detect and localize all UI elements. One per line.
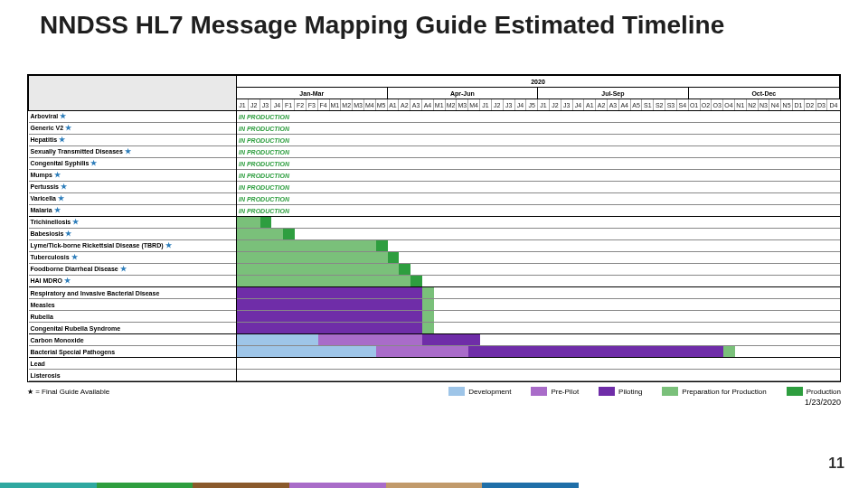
week-header: D3 [816, 99, 827, 111]
legend-note: ★ = Final Guide Available [27, 388, 109, 396]
gantt-bar-prod [388, 252, 400, 263]
condition-name: Trichinellosis ★ [29, 217, 237, 229]
gantt-lane: IN PRODUCTION [237, 182, 840, 193]
gantt-chart: 2020Jan-MarApr-JunJul-SepOct-DecJ1J2J3J4… [27, 74, 841, 382]
table-row: Foodborne Diarrheal Disease ★ [29, 264, 840, 276]
slide-title: NNDSS HL7 Message Mapping Guide Estimate… [0, 0, 868, 45]
gantt-bar-prep [237, 276, 410, 286]
star-icon: ★ [125, 147, 131, 155]
table-row: Trichinellosis ★ [29, 217, 840, 229]
week-header: F2 [295, 99, 307, 111]
condition-name: Generic V2 ★ [29, 123, 237, 135]
gantt-bar-pilot [237, 299, 422, 310]
table-row: Congenital Rubella Syndrome [29, 323, 840, 334]
condition-name: Malaria ★ [29, 205, 237, 217]
table-row: Malaria ★IN PRODUCTION [29, 205, 840, 217]
week-header: J5 [526, 99, 538, 111]
table-row: Sexually Transmitted Diseases ★IN PRODUC… [29, 146, 840, 158]
week-header: A4 [422, 99, 434, 111]
week-header: J1 [538, 99, 550, 111]
condition-name: Carbon Monoxide [29, 334, 237, 346]
gantt-lane [237, 252, 840, 264]
star-icon: ★ [165, 241, 172, 249]
gantt-bar-prep [723, 346, 735, 357]
legend-label: Pre-Pilot [551, 388, 579, 396]
condition-name: Congenital Syphilis ★ [29, 158, 237, 170]
gantt-lane [237, 240, 840, 252]
gantt-lane [237, 358, 840, 370]
star-icon: ★ [120, 265, 127, 273]
table-row: Varicella ★IN PRODUCTION [29, 193, 840, 205]
week-header: J4 [514, 99, 526, 111]
legend-item: Development [448, 387, 511, 396]
week-header: M1 [433, 99, 445, 111]
week-header: N4 [769, 99, 781, 111]
gantt-lane [237, 287, 840, 299]
condition-name: Foodborne Diarrheal Disease ★ [29, 264, 237, 276]
table-row: Lead [29, 358, 840, 370]
gantt-lane [237, 323, 840, 334]
gantt-lane [237, 334, 840, 346]
week-header: S2 [654, 99, 665, 111]
gantt-lane [237, 299, 840, 311]
in-production-label: IN PRODUCTION [237, 149, 289, 155]
footer-color-segment [289, 483, 386, 488]
week-header: J4 [572, 99, 584, 111]
gantt-lane: IN PRODUCTION [237, 123, 840, 135]
gantt-lane [237, 311, 840, 323]
gantt-bar-dev [237, 334, 318, 345]
condition-name: Lyme/Tick-borne Rickettsial Disease (TBR… [29, 240, 237, 252]
week-header: A2 [399, 99, 410, 111]
table-row: Congenital Syphilis ★IN PRODUCTION [29, 158, 840, 170]
legend-swatch [662, 387, 678, 396]
gantt-bar-prep [422, 323, 434, 333]
in-production-label: IN PRODUCTION [237, 184, 289, 191]
quarter-header: Apr-Jun [387, 88, 538, 99]
week-header: N2 [746, 99, 758, 111]
week-header: J3 [259, 99, 271, 111]
star-icon: ★ [90, 159, 97, 167]
table-row: Babesiosis ★ [29, 229, 840, 240]
week-header: O4 [723, 99, 735, 111]
footer-color-segment [193, 483, 289, 488]
gantt-lane [237, 229, 840, 240]
gantt-bar-pilot [468, 346, 723, 357]
week-header: O2 [700, 99, 712, 111]
star-icon: ★ [54, 206, 61, 214]
gantt-lane [237, 370, 840, 381]
week-header: M5 [375, 99, 387, 111]
legend-label: Preparation for Production [682, 388, 766, 396]
legend-item: Production [787, 387, 841, 396]
gantt-bar-prep [422, 311, 434, 322]
condition-name: Listerosis [29, 370, 237, 381]
condition-name: Rubella [29, 311, 237, 323]
gantt-bar-dev [237, 346, 376, 357]
week-header: F4 [317, 99, 329, 111]
condition-name: Varicella ★ [29, 193, 237, 205]
week-header: N5 [781, 99, 793, 111]
gantt-bar-prod [376, 240, 388, 251]
footer-accent-stripe [0, 483, 579, 488]
gantt-bar-prep [237, 252, 388, 263]
week-header: N1 [734, 99, 746, 111]
gantt-lane [237, 276, 840, 287]
in-production-label: IN PRODUCTION [237, 173, 289, 179]
week-header: M3 [353, 99, 364, 111]
table-row: Pertussis ★IN PRODUCTION [29, 182, 840, 193]
star-icon: ★ [65, 230, 71, 238]
week-header: D4 [827, 99, 840, 111]
star-icon: ★ [61, 183, 67, 191]
in-production-label: IN PRODUCTION [237, 208, 289, 214]
condition-name: Hepatitis ★ [29, 135, 237, 146]
condition-name: Lead [29, 358, 237, 370]
week-header: M2 [341, 99, 353, 111]
week-header: M4 [468, 99, 480, 111]
gantt-bar-prod [399, 264, 410, 275]
gantt-lane: IN PRODUCTION [237, 111, 840, 123]
star-icon: ★ [58, 194, 64, 202]
legend-item: Preparation for Production [662, 387, 766, 396]
quarter-header: Oct-Dec [688, 88, 839, 99]
week-header: S4 [676, 99, 688, 111]
week-header: J3 [561, 99, 572, 111]
week-header: J2 [549, 99, 561, 111]
